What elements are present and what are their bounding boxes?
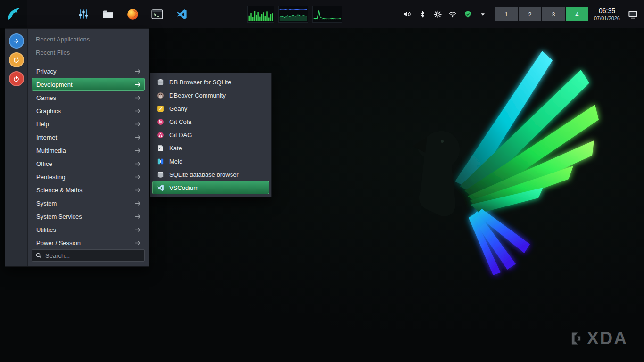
show-desktop-button[interactable] [627, 8, 639, 21]
submenu-item-label: Git DAG [169, 132, 192, 139]
submenu-arrow-icon [134, 107, 141, 115]
submenu-item-label: Meld [169, 158, 182, 165]
restart-icon [12, 56, 20, 64]
desktop: XDA [0, 0, 644, 362]
submenu-item-label: DBeaver Community [169, 92, 226, 99]
workspace-button-1[interactable]: 1 [495, 7, 518, 21]
menu-category-internet[interactable]: Internet [32, 131, 145, 144]
dbeaver-icon [157, 91, 165, 99]
menu-category-utilities[interactable]: Utilities [32, 223, 145, 236]
category-label: System Services [36, 213, 82, 220]
launcher-firefox-button[interactable] [125, 7, 140, 21]
menu-category-help[interactable]: Help [32, 117, 145, 131]
database-icon [157, 171, 165, 179]
chevron-down-icon [479, 10, 487, 18]
submenu-item-label: VSCodium [169, 184, 198, 191]
menu-category-science-maths[interactable]: Science & Maths [32, 183, 145, 197]
security-button[interactable] [462, 8, 474, 21]
power-icon [12, 75, 20, 83]
menu-recent-files[interactable]: Recent Files [32, 46, 145, 59]
menu-category-multimedia[interactable]: Multimedia [32, 144, 145, 157]
top-panel: 1 2 3 4 06:35 07/01/2026 [0, 0, 644, 28]
kate-icon [157, 144, 165, 152]
clock-date: 07/01/2026 [594, 15, 620, 22]
xda-watermark: XDA [570, 329, 628, 347]
workspace-button-2[interactable]: 2 [519, 7, 541, 21]
clock[interactable]: 06:35 07/01/2026 [594, 7, 620, 22]
bluetooth-icon [419, 10, 427, 18]
menu-recent-applications[interactable]: Recent Applications [32, 33, 145, 46]
menu-category-development[interactable]: Development [32, 78, 145, 91]
menu-category-system[interactable]: System [32, 197, 145, 210]
submenu-item-label: DB Browser for SQLite [169, 79, 231, 86]
workspace-button-3[interactable]: 3 [542, 7, 565, 21]
submenu-arrow-icon [134, 134, 141, 141]
settings-button[interactable] [431, 8, 444, 21]
volume-icon [403, 9, 412, 19]
network-graph-monitor-icon[interactable] [278, 6, 308, 23]
launcher-bar [76, 7, 189, 21]
submenu-item-geany[interactable]: Geany [152, 102, 269, 115]
tray-expand-button[interactable] [477, 8, 489, 21]
firefox-icon [126, 8, 139, 21]
applications-menu: Recent Applications Recent Files Privacy… [5, 28, 149, 267]
submenu-arrow-icon [134, 160, 141, 167]
submenu-arrow-icon [134, 147, 141, 154]
logout-arrow-icon [12, 37, 20, 45]
menu-category-pentesting[interactable]: Pentesting [32, 170, 145, 183]
file-manager-icon [102, 8, 114, 20]
submenu-item-kate[interactable]: Kate [152, 141, 269, 155]
submenu-arrow-icon [134, 68, 141, 75]
category-label: Science & Maths [36, 187, 83, 194]
category-label: Pentesting [36, 173, 65, 181]
parrot-logo-icon [4, 5, 23, 24]
menu-category-games[interactable]: Games [32, 91, 145, 104]
database-icon [157, 78, 165, 86]
submenu-item-git-dag[interactable]: Git DAG [152, 128, 269, 141]
menu-category-privacy[interactable]: Privacy [32, 65, 145, 78]
launcher-vscodium-button[interactable] [174, 7, 189, 21]
submenu-item-label: Geany [169, 105, 187, 112]
menu-category-graphics[interactable]: Graphics [32, 104, 145, 117]
volume-button[interactable] [401, 8, 414, 21]
applications-menu-button[interactable] [0, 0, 27, 28]
submenu-item-db-browser[interactable]: DB Browser for SQLite [152, 75, 269, 89]
category-label: Development [36, 81, 73, 88]
category-label: Office [36, 160, 52, 167]
launcher-tweaks-button[interactable] [76, 7, 91, 21]
network-button[interactable] [446, 8, 459, 21]
submenu-arrow-icon [134, 213, 141, 220]
submenu-item-label: SQLite database browser [169, 171, 239, 178]
submenu-item-meld[interactable]: Meld [152, 155, 269, 168]
cpu-bars-monitor-icon[interactable] [247, 6, 274, 23]
search-input[interactable] [45, 252, 141, 259]
category-label: Help [36, 121, 49, 128]
bluetooth-button[interactable] [416, 8, 429, 21]
submenu-arrow-icon [134, 173, 141, 181]
security-shield-icon [463, 10, 472, 19]
load-graph-monitor-icon[interactable] [312, 6, 342, 23]
category-label: System [36, 200, 57, 207]
git-dag-icon [157, 131, 165, 139]
menu-search-box [32, 249, 145, 262]
menu-category-power-session[interactable]: Power / Session [32, 236, 145, 249]
wifi-icon [448, 9, 457, 19]
menu-category-office[interactable]: Office [32, 157, 145, 170]
submenu-item-dbeaver[interactable]: DBeaver Community [152, 89, 269, 102]
shutdown-button[interactable] [9, 71, 24, 86]
launcher-terminal-button[interactable] [150, 7, 164, 21]
submenu-item-label: Git Cola [169, 118, 191, 125]
launcher-file-manager-button[interactable] [101, 7, 115, 21]
system-monitor-widgets [247, 6, 342, 23]
terminal-icon [151, 8, 164, 21]
menu-category-system-services[interactable]: System Services [32, 210, 145, 223]
submenu-item-git-cola[interactable]: Git Cola [152, 115, 269, 128]
submenu-item-vscodium[interactable]: VSCodium [152, 181, 269, 194]
logout-button[interactable] [9, 33, 24, 49]
menu-main: Recent Applications Recent Files Privacy… [28, 29, 149, 266]
submenu-item-sqlite-browser[interactable]: SQLite database browser [152, 168, 269, 181]
restart-button[interactable] [9, 52, 24, 67]
category-label: Multimedia [36, 147, 66, 154]
submenu-arrow-icon [134, 226, 141, 233]
workspace-button-4[interactable]: 4 [566, 7, 588, 21]
